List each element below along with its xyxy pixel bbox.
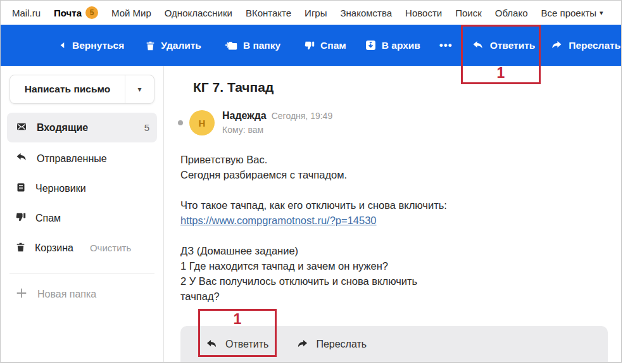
sidebar-item-trash[interactable]: Корзина Очистить (1, 233, 163, 263)
topnav-znakomstva[interactable]: Знакомства (341, 8, 393, 18)
unread-dot-icon (178, 120, 183, 125)
message-subject: КГ 7. Тачпад (193, 80, 621, 95)
spam-button[interactable]: Спам (305, 40, 346, 51)
forward-arrow-icon (296, 339, 308, 349)
archive-icon (365, 40, 376, 51)
envelope-icon (16, 122, 37, 134)
quick-forward-label: Переслать (316, 339, 367, 350)
quick-forward-button[interactable]: Переслать (296, 339, 367, 350)
topnav-mailru[interactable]: Mail.ru (12, 8, 41, 18)
delete-label: Удалить (161, 40, 201, 51)
archive-label: В архив (382, 40, 420, 51)
topnav-games[interactable]: Игры (305, 8, 327, 18)
body-paragraph: Что такое тачпад, как его отключить и сн… (180, 198, 621, 228)
reply-arrow-icon (16, 153, 37, 165)
move-to-folder-button[interactable]: В папку (225, 40, 280, 51)
new-folder-button[interactable]: Новая папка (1, 277, 163, 311)
back-label: Вернуться (72, 40, 124, 51)
sent-time: Сегодня, 19:49 (272, 111, 332, 121)
sender-name[interactable]: Надежда (222, 110, 267, 122)
sender-avatar: Н (189, 110, 215, 135)
plus-icon (16, 287, 37, 301)
delete-button[interactable]: Удалить (146, 40, 201, 51)
sidebar-item-spam[interactable]: Спам (1, 203, 163, 233)
topnav-cloud[interactable]: Облако (495, 8, 528, 18)
body-paragraph: ДЗ (Домашнее задание) 1 Где находится та… (180, 243, 621, 304)
sidebar-item-drafts[interactable]: Черновики (1, 173, 163, 203)
thumbs-down-icon (305, 41, 315, 51)
reply-arrow-icon (206, 339, 218, 349)
chevron-down-icon: ▾ (137, 85, 141, 94)
move-to-folder-label: В папку (243, 40, 280, 51)
portal-navigation: Mail.ru Почта5 Мой Мир Одноклассники ВКо… (1, 1, 621, 25)
body-paragraph: Приветствую Вас. Сегодня разбираемся с т… (180, 152, 621, 182)
forward-label: Переслать (569, 40, 620, 51)
topnav-mail[interactable]: Почта5 (54, 6, 98, 19)
topnav-all-projects[interactable]: Все проекты▾ (541, 8, 603, 18)
sender-info: Надежда Сегодня, 19:49 Кому: вам (222, 110, 332, 135)
folder-move-icon (225, 41, 237, 51)
reply-arrow-icon (472, 41, 484, 50)
sidebar-item-sent[interactable]: Отправленные (1, 144, 163, 173)
body-line: 2 У Вас получилось отключить и снова вкл… (180, 275, 417, 287)
sidebar-item-inbox[interactable]: Входящие 5 (7, 113, 157, 142)
folder-label: Спам (35, 213, 61, 224)
spam-label: Спам (320, 40, 346, 51)
compose-dropdown[interactable]: ▾ (125, 75, 154, 103)
reply-label: Ответить (490, 40, 536, 51)
body-line: тачпад? (180, 291, 220, 302)
folder-list: Входящие 5 Отправленные Черновики Спам (1, 113, 163, 263)
clear-trash-link[interactable]: Очистить (90, 242, 131, 253)
thumbs-down-icon (16, 212, 35, 225)
trash-icon (146, 41, 155, 51)
topnav-search[interactable]: Поиск (455, 8, 482, 18)
body-line: Сегодня разбираемся с тачпадом. (180, 169, 347, 180)
topnav-moi-mir[interactable]: Мой Мир (111, 8, 151, 18)
ellipsis-icon: ••• (439, 39, 453, 52)
recipient: Кому: вам (222, 125, 332, 135)
topnav-vkontakte[interactable]: ВКонтакте (246, 8, 291, 18)
compose-button[interactable]: Написать письмо ▾ (9, 75, 154, 104)
more-actions-button[interactable]: ••• (439, 39, 453, 52)
trash-icon (16, 242, 35, 254)
topnav-odnoklassniki[interactable]: Одноклассники (165, 8, 232, 18)
message-view: КГ 7. Тачпад Н Надежда Сегодня, 19:49 Ко… (164, 66, 621, 363)
quick-reply-panel: Ответить Переслать (180, 326, 608, 362)
body-line: 1 Где находится тачпад и зачем он нужен? (180, 260, 388, 272)
topnav-news[interactable]: Новости (405, 8, 442, 18)
sender-row: Н Надежда Сегодня, 19:49 Кому: вам (178, 110, 621, 135)
folder-label: Корзина (35, 242, 73, 254)
quick-reply-label: Ответить (225, 339, 268, 350)
archive-button[interactable]: В архив (365, 40, 420, 51)
chevron-down-icon: ▾ (600, 9, 603, 17)
reply-button[interactable]: Ответить (472, 40, 536, 51)
forward-button[interactable]: Переслать (550, 40, 620, 51)
forward-arrow-icon (550, 41, 563, 50)
mail-window: Mail.ru Почта5 Мой Мир Одноклассники ВКо… (0, 0, 622, 363)
compose-label: Написать письмо (10, 75, 125, 103)
quick-reply-button[interactable]: Ответить (206, 339, 268, 350)
topnav-mail-label: Почта (54, 8, 82, 18)
topnav-all-projects-label: Все проекты (541, 8, 597, 18)
sidebar-divider (9, 273, 154, 273)
body-line: ДЗ (Домашнее задание) (180, 245, 298, 256)
folder-label: Черновики (35, 183, 86, 194)
body-line: Приветствую Вас. (180, 154, 267, 165)
inbox-count: 5 (144, 122, 149, 133)
back-arrow-icon (59, 41, 66, 49)
body-line: Что такое тачпад, как его отключить и сн… (180, 199, 447, 211)
mail-unread-badge: 5 (85, 6, 98, 19)
message-toolbar: Вернуться Удалить В папку Спам В архив •… (1, 25, 621, 66)
folder-label: Входящие (37, 122, 88, 134)
folder-sidebar: Написать письмо ▾ Входящие 5 Отправленны… (1, 66, 164, 363)
body-link[interactable]: https://www.compgramotnost.ru/?p=14530 (180, 215, 377, 226)
document-icon (16, 182, 35, 195)
new-folder-label: Новая папка (37, 289, 96, 300)
message-body: Приветствую Вас. Сегодня разбираемся с т… (180, 152, 621, 304)
back-button[interactable]: Вернуться (59, 40, 124, 51)
folder-label: Отправленные (37, 153, 107, 165)
